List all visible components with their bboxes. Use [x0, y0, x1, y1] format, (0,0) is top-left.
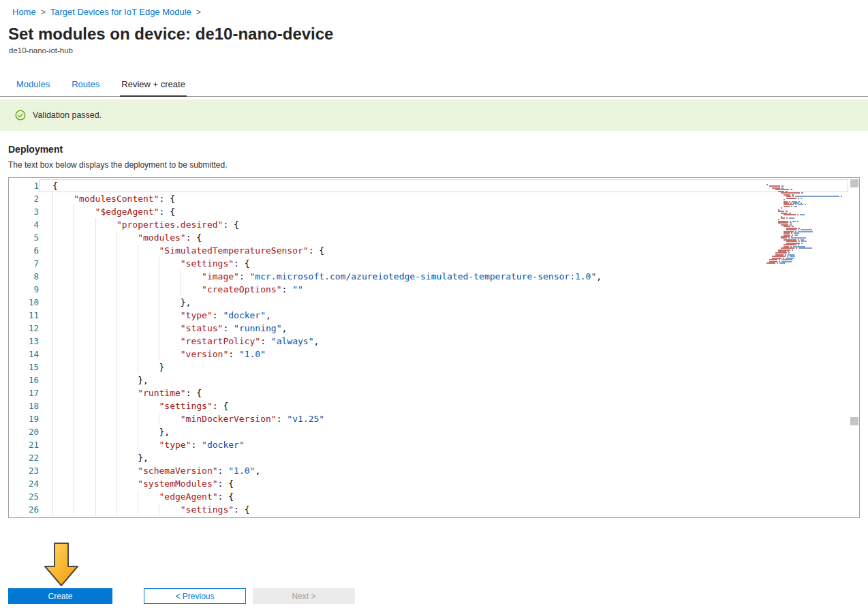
line-number: 25: [9, 490, 39, 503]
indent-guide: [74, 399, 95, 412]
code-token: "type": [181, 310, 213, 320]
code-text[interactable]: "minDockerVersion": "v1.25": [39, 412, 848, 425]
code-text[interactable]: "version": "1.0": [39, 348, 848, 361]
line-number: 23: [9, 464, 39, 477]
indent-guide: [117, 335, 138, 348]
scrollbar[interactable]: [850, 178, 859, 517]
line-number: 17: [9, 386, 39, 399]
code-text[interactable]: "image": "mcr.microsoft.com/azureiotedge…: [39, 270, 848, 283]
line-number: 3: [9, 205, 39, 218]
code-line: 21"type": "docker": [9, 438, 859, 451]
indent-guide: [159, 296, 180, 309]
scrollbar-thumb[interactable]: [850, 179, 858, 187]
code-text[interactable]: "restartPolicy": "always",: [39, 335, 848, 348]
code-text[interactable]: "runtime": {: [39, 386, 848, 399]
indent-guide: [74, 503, 95, 516]
code-token: :: [228, 349, 239, 359]
code-token: : {: [186, 388, 202, 398]
code-token: ,: [596, 271, 602, 282]
code-token: ,: [266, 310, 271, 320]
code-text[interactable]: "$edgeAgent": {: [39, 205, 848, 218]
previous-button[interactable]: < Previous: [144, 588, 246, 604]
code-text[interactable]: },: [39, 425, 848, 438]
indent-guide: [95, 218, 117, 231]
code-text[interactable]: "createOptions": "": [39, 283, 848, 296]
code-token: "modules": [138, 232, 185, 243]
code-text[interactable]: "type": "docker",: [39, 309, 848, 322]
indent-guide: [74, 205, 95, 218]
tab-bar: ModulesRoutesReview + create: [0, 74, 868, 97]
code-token: "v1.25": [287, 414, 324, 424]
code-text[interactable]: },: [39, 296, 848, 309]
code-token: "docker": [223, 310, 266, 320]
minimap-token: [777, 262, 778, 264]
code-text[interactable]: },: [39, 374, 848, 386]
indent-guide: [95, 231, 117, 244]
indent-guide: [74, 218, 95, 231]
code-token: ,: [282, 323, 288, 333]
indent-guide: [138, 399, 159, 412]
code-token: "type": [159, 440, 191, 450]
code-line: 17"runtime": {: [9, 386, 859, 399]
code-text[interactable]: },: [39, 451, 848, 464]
minimap-token: [841, 196, 842, 197]
breadcrumb-link[interactable]: Home: [12, 7, 36, 17]
indent-guide: [95, 490, 117, 503]
indent-guide: [117, 244, 138, 257]
code-token: "runtime": [138, 388, 185, 398]
tab-routes[interactable]: Routes: [70, 74, 101, 96]
code-text[interactable]: "type": "docker": [39, 438, 848, 451]
indent-guide: [52, 335, 74, 348]
page-title: Set modules on device: de10-nano-device: [8, 25, 333, 44]
deployment-editor[interactable]: 1{2"modulesContent": {3"$edgeAgent": {4"…: [8, 177, 860, 518]
code-line: 25"edgeAgent": {: [9, 490, 859, 503]
indent-guide: [52, 192, 74, 205]
code-text[interactable]: "settings": {: [39, 257, 848, 270]
create-button[interactable]: Create: [8, 588, 112, 604]
code-text[interactable]: "settings": {: [39, 503, 848, 516]
indent-guide: [52, 386, 74, 399]
next-button[interactable]: Next >: [253, 588, 355, 604]
code-text[interactable]: "modulesContent": {: [39, 192, 848, 205]
indent-guide: [159, 503, 180, 516]
code-token: "SimulatedTemperatureSensor": [159, 245, 308, 256]
tab-review-create[interactable]: Review + create: [120, 74, 187, 96]
indent-guide: [95, 503, 117, 516]
indent-guide: [74, 257, 95, 270]
code-text[interactable]: "schemaVersion": "1.0",: [39, 464, 848, 477]
code-line: 9"createOptions": "": [9, 283, 859, 296]
indent-guide: [74, 361, 95, 374]
indent-guide: [74, 490, 95, 503]
code-text[interactable]: "SimulatedTemperatureSensor": {: [39, 244, 848, 257]
code-text[interactable]: "properties.desired": {: [39, 218, 848, 231]
code-text[interactable]: "edgeAgent": {: [39, 490, 848, 503]
code-text[interactable]: {: [39, 179, 848, 192]
minimap-token: [766, 262, 775, 264]
minimap-token: [791, 206, 792, 207]
minimap-token: [797, 214, 799, 215]
code-line: 10},: [9, 296, 859, 309]
minimap-token: [800, 214, 805, 215]
code-text[interactable]: "status": "running",: [39, 322, 848, 335]
code-text[interactable]: "settings": {: [39, 399, 848, 412]
minimap-line: [781, 213, 796, 214]
code-text[interactable]: }: [39, 361, 848, 374]
indent-guide: [74, 438, 95, 451]
code-token: : {: [234, 258, 249, 269]
minimap[interactable]: [766, 179, 847, 276]
minimap-token: [796, 247, 797, 249]
breadcrumb-link[interactable]: Target Devices for IoT Edge Module: [50, 7, 191, 17]
indent-guide: [117, 361, 138, 374]
indent-guide: [95, 296, 117, 309]
indent-guide: [52, 464, 74, 477]
code-text[interactable]: "modules": {: [39, 231, 848, 244]
code-text[interactable]: "systemModules": {: [39, 477, 848, 490]
line-number: 22: [9, 451, 39, 464]
tab-modules[interactable]: Modules: [15, 74, 51, 96]
indent-guide: [138, 412, 159, 425]
code-line: 6"SimulatedTemperatureSensor": {: [9, 244, 859, 257]
indent-guide: [74, 322, 95, 335]
code-token: },: [138, 375, 149, 385]
indent-guide: [52, 361, 74, 374]
indent-guide: [138, 490, 159, 503]
